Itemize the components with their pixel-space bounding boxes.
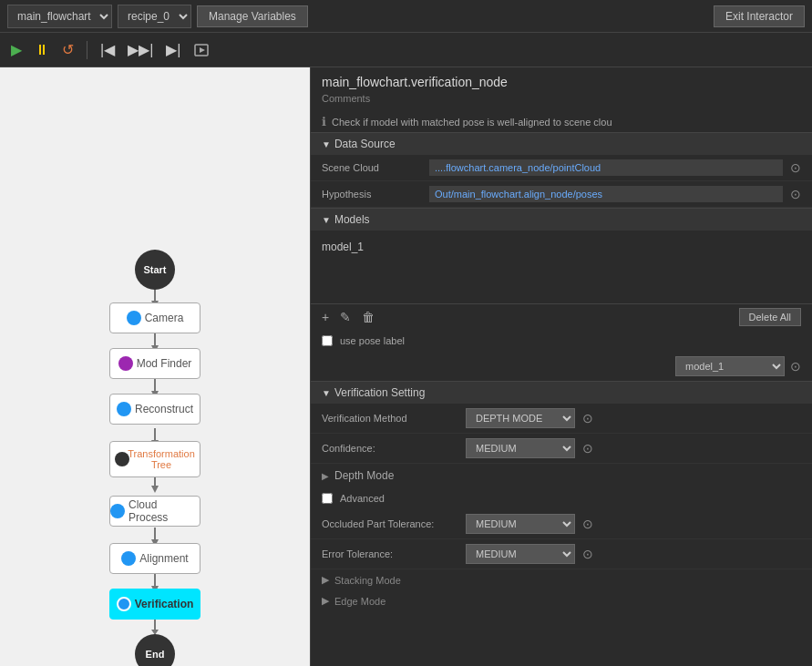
camera-rect: Camera xyxy=(109,302,200,333)
advanced-row: Advanced xyxy=(311,487,812,509)
edge-mode-row[interactable]: ▶ Edge Mode xyxy=(311,590,812,611)
use-pose-checkbox[interactable] xyxy=(322,335,333,346)
method-row: Verification Method DEPTH MODE ⊙ xyxy=(311,404,812,434)
scene-cloud-row: Scene Cloud ....flowchart.camera_node/po… xyxy=(311,155,812,181)
occluded-icon[interactable]: ⊙ xyxy=(582,517,593,531)
info-text: Check if model with matched pose is well… xyxy=(332,117,612,128)
model-item[interactable]: model_1 xyxy=(322,238,801,256)
method-dropdown[interactable]: DEPTH MODE xyxy=(466,408,575,428)
verification-node[interactable]: Verification xyxy=(109,589,200,620)
data-source-header[interactable]: ▼ Data Source xyxy=(311,132,812,155)
model-dropdown[interactable]: model_1 xyxy=(675,356,785,376)
occluded-label: Occluded Part Tolerance: xyxy=(322,518,458,529)
edge-label: Edge Mode xyxy=(334,596,385,607)
depth-mode-row: ▶ Depth Mode xyxy=(311,464,812,487)
step-back-button[interactable]: |◀ xyxy=(97,39,118,60)
confidence-label: Confidence: xyxy=(322,443,458,454)
add-model-button[interactable]: + xyxy=(322,310,329,324)
models-header[interactable]: ▼ Models xyxy=(311,208,812,231)
alignment-node[interactable]: Alignment xyxy=(109,543,200,574)
verification-setting-header[interactable]: ▼ Verification Setting xyxy=(311,381,812,404)
model-dropdown-row: model_1 ⊙ xyxy=(311,352,812,381)
record-button[interactable] xyxy=(190,40,213,60)
confidence-row: Confidence: MEDIUM ⊙ xyxy=(311,434,812,464)
info-row: ℹ Check if model with matched pose is we… xyxy=(311,111,812,132)
hypothesis-label: Hypothesis xyxy=(322,189,422,200)
delete-all-button[interactable]: Delete All xyxy=(739,308,801,326)
depth-mode-arrow: ▶ xyxy=(322,471,329,481)
error-icon[interactable]: ⊙ xyxy=(582,547,593,561)
camera-icon xyxy=(127,311,141,325)
start-circle: Start xyxy=(135,250,175,290)
models-toolbar: + ✎ 🗑 Delete All xyxy=(311,303,812,330)
exit-interactor-button[interactable]: Exit Interactor xyxy=(714,5,805,27)
edit-model-button[interactable]: ✎ xyxy=(340,310,351,324)
transform-label: Transformation Tree xyxy=(125,448,198,470)
models-list: model_1 xyxy=(311,231,812,303)
cloud-process-node[interactable]: Cloud Process xyxy=(109,496,200,527)
models-arrow: ▼ xyxy=(322,215,331,225)
scene-cloud-value: ....flowchart.camera_node/pointCloud xyxy=(429,159,783,176)
occluded-dropdown[interactable]: MEDIUM xyxy=(466,514,575,534)
reconstruct-rect: Reconstruct xyxy=(109,394,200,425)
advanced-checkbox[interactable] xyxy=(322,493,333,504)
step-fwd-button[interactable]: ▶| xyxy=(162,39,184,60)
mod-finder-rect: Mod Finder xyxy=(109,348,200,379)
reconstruct-icon xyxy=(117,402,131,416)
models-label: Models xyxy=(334,213,370,226)
confidence-icon[interactable]: ⊙ xyxy=(582,441,593,456)
info-icon: ℹ xyxy=(322,115,326,128)
method-icon[interactable]: ⊙ xyxy=(582,411,593,425)
use-pose-label: use pose label xyxy=(340,335,405,346)
delete-model-button[interactable]: 🗑 xyxy=(362,310,375,324)
transform-tree-node[interactable]: Transformation Tree xyxy=(109,441,200,477)
toolbar-divider xyxy=(87,41,87,59)
stacking-mode-row[interactable]: ▶ Stacking Mode xyxy=(311,569,812,590)
stacking-label: Stacking Mode xyxy=(334,575,401,586)
end-circle: End xyxy=(135,634,175,666)
model-dropdown-icon[interactable]: ⊙ xyxy=(790,359,801,374)
mod-finder-node[interactable]: Mod Finder xyxy=(109,348,200,379)
top-bar: main_flowchart recipe_0 Manage Variables… xyxy=(0,0,812,33)
reconstruct-label: Reconstruct xyxy=(135,403,193,415)
reconstruct-node[interactable]: Reconstruct xyxy=(109,394,200,425)
play-button[interactable]: ▶ xyxy=(7,39,26,60)
mod-finder-label: Mod Finder xyxy=(137,357,192,370)
scene-cloud-icon[interactable]: ⊙ xyxy=(790,160,801,175)
error-dropdown[interactable]: MEDIUM xyxy=(466,544,575,564)
error-label: Error Tolerance: xyxy=(322,548,458,559)
stacking-arrow: ▶ xyxy=(322,574,329,586)
manage-variables-button[interactable]: Manage Variables xyxy=(197,5,308,27)
verification-label: Verification xyxy=(135,598,194,610)
flowchart-panel: Start Camera Mod Finder Reconstruct xyxy=(0,67,310,666)
error-row: Error Tolerance: MEDIUM ⊙ xyxy=(311,539,812,569)
flowchart-select[interactable]: main_flowchart xyxy=(7,5,112,28)
right-panel: main_flowchart.verification_node Comment… xyxy=(310,67,812,666)
end-node[interactable]: End xyxy=(135,634,175,666)
transform-icon xyxy=(115,452,129,466)
transform-tree-rect: Transformation Tree xyxy=(109,441,200,477)
svg-marker-1 xyxy=(200,47,205,53)
pause-button[interactable]: ⏸ xyxy=(31,40,53,60)
occluded-row: Occluded Part Tolerance: MEDIUM ⊙ xyxy=(311,509,812,539)
step-end-button[interactable]: ▶▶| xyxy=(124,39,157,60)
hypothesis-row: Hypothesis Out/main_flowchart.align_node… xyxy=(311,181,812,208)
depth-mode-label: Depth Mode xyxy=(334,469,394,482)
start-node[interactable]: Start xyxy=(135,250,175,290)
verification-icon xyxy=(117,597,131,611)
camera-node[interactable]: Camera xyxy=(109,302,200,333)
hypothesis-icon[interactable]: ⊙ xyxy=(790,187,801,201)
advanced-label: Advanced xyxy=(340,493,385,504)
confidence-dropdown[interactable]: MEDIUM xyxy=(466,438,575,458)
stop-button[interactable]: ↺ xyxy=(58,39,77,60)
svg-marker-11 xyxy=(151,486,159,493)
mod-finder-icon xyxy=(118,356,133,371)
method-label: Verification Method xyxy=(322,413,458,424)
data-source-label: Data Source xyxy=(334,138,396,150)
cloud-process-rect: Cloud Process xyxy=(109,496,200,527)
edge-arrow: ▶ xyxy=(322,595,329,607)
alignment-rect: Alignment xyxy=(109,543,200,574)
scene-cloud-label: Scene Cloud xyxy=(322,162,422,173)
data-source-arrow: ▼ xyxy=(322,139,331,149)
recipe-select[interactable]: recipe_0 xyxy=(118,5,191,28)
